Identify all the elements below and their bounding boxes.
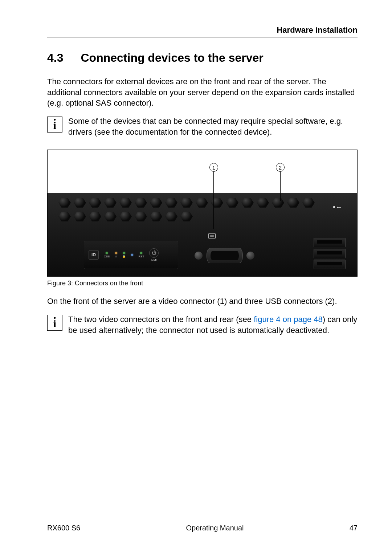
cross-reference-link[interactable]: figure 4 on page 48: [254, 315, 323, 324]
server-front-photo: •← ID CSS ⚠ 🔒 RST ⏻NMI: [48, 193, 357, 276]
callout-2: 2: [276, 163, 285, 172]
vga-symbol-icon: [208, 233, 216, 239]
warning-icon: ⚠: [115, 255, 117, 258]
info-text-1: Some of the devices that can be connecte…: [68, 116, 358, 137]
figure-caption: Figure 3: Connectors on the front: [47, 280, 358, 287]
info-note-1: i Some of the devices that can be connec…: [47, 116, 358, 137]
section-number: 4.3: [47, 51, 63, 65]
section-title: Connecting devices to the server: [81, 51, 263, 65]
usb-port-3: [314, 260, 346, 269]
info-icon: i: [47, 117, 62, 133]
figure-description: On the front of the server are a video c…: [47, 296, 358, 307]
usb-connectors: [314, 238, 346, 269]
vga-connector: [195, 244, 254, 267]
page-header: Hardware installation: [47, 25, 358, 37]
id-button: ID: [89, 250, 99, 260]
info-note-2: i The two video connectors on the front …: [47, 314, 358, 335]
figure-3-box: 1 2 •← ID CSS ⚠ 🔒 RST ⏻NMI: [47, 150, 358, 277]
vga-screw-left: [195, 252, 203, 260]
lock-icon: 🔒: [122, 255, 126, 258]
vga-port: [207, 248, 243, 263]
usb-port-1: [314, 238, 346, 247]
intro-paragraph: The connectors for external devices are …: [47, 76, 358, 109]
vga-screw-right: [246, 252, 254, 260]
info-icon: i: [47, 315, 62, 331]
section-heading: 4.3 Connecting devices to the server: [47, 51, 358, 65]
callout-1-line: [213, 172, 214, 229]
footer-doc-title: Operating Manual: [186, 524, 244, 532]
power-icon: ⏻: [149, 248, 159, 258]
usb-icon: •←: [333, 203, 343, 211]
ventilation-grille: [58, 197, 317, 222]
info-text-2: The two video connectors on the front an…: [68, 314, 358, 335]
callout-2-line: [280, 172, 281, 201]
footer-model: RX600 S6: [47, 524, 80, 532]
footer-page-number: 47: [350, 524, 358, 532]
usb-port-2: [314, 249, 346, 258]
control-panel: ID CSS ⚠ 🔒 RST ⏻NMI: [84, 241, 178, 269]
chapter-title: Hardware installation: [47, 25, 358, 35]
page-footer: RX600 S6 Operating Manual 47: [47, 520, 358, 532]
callout-1: 1: [209, 163, 218, 172]
